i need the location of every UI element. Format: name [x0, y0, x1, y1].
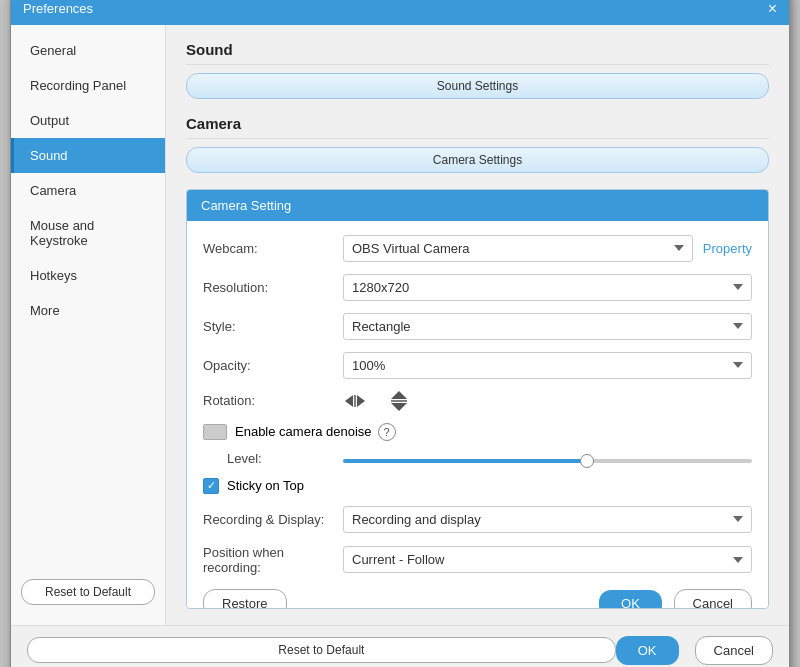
ok-cancel-group: OK Cancel — [599, 589, 752, 609]
content-area: General Recording Panel Output Sound Cam… — [11, 25, 789, 625]
recording-display-select[interactable]: Recording and display Recording only Dis… — [343, 506, 752, 533]
level-row: Level: — [203, 451, 752, 466]
flip-horizontal-icon[interactable] — [343, 391, 367, 411]
camera-setting-header: Camera Setting — [187, 190, 768, 221]
opacity-control: 100% 90% 80% — [343, 352, 752, 379]
style-control: Rectangle Circle Rounded — [343, 313, 752, 340]
webcam-control: OBS Virtual Camera Property — [343, 235, 752, 262]
sidebar-bottom: Reset to Default — [11, 569, 165, 617]
sidebar-reset-button[interactable]: Reset to Default — [21, 579, 155, 605]
resolution-label: Resolution: — [203, 280, 343, 295]
sidebar-item-camera[interactable]: Camera — [11, 173, 165, 208]
sidebar-item-hotkeys[interactable]: Hotkeys — [11, 258, 165, 293]
rotation-label: Rotation: — [203, 393, 343, 408]
window-title: Preferences — [23, 1, 93, 16]
svg-marker-4 — [391, 403, 407, 411]
footer-cancel-button[interactable]: Cancel — [695, 636, 773, 665]
webcam-row: Webcam: OBS Virtual Camera Property — [203, 235, 752, 262]
camera-setting-box: Camera Setting Webcam: OBS Virtual Camer… — [186, 189, 769, 609]
opacity-select[interactable]: 100% 90% 80% — [343, 352, 752, 379]
resolution-control: 1280x720 1920x1080 640x480 — [343, 274, 752, 301]
sidebar-item-general[interactable]: General — [11, 33, 165, 68]
webcam-label: Webcam: — [203, 241, 343, 256]
recording-display-row: Recording & Display: Recording and displ… — [203, 506, 752, 533]
camera-setting-body: Webcam: OBS Virtual Camera Property Reso… — [187, 221, 768, 609]
denoise-label: Enable camera denoise — [235, 424, 372, 439]
sidebar-nav: General Recording Panel Output Sound Cam… — [11, 33, 165, 328]
opacity-row: Opacity: 100% 90% 80% — [203, 352, 752, 379]
sticky-label: Sticky on Top — [227, 478, 304, 493]
rotation-controls — [343, 391, 752, 411]
inner-cancel-button[interactable]: Cancel — [674, 589, 752, 609]
level-slider-container — [343, 451, 752, 466]
footer-reset-button[interactable]: Reset to Default — [27, 637, 616, 663]
denoise-checkbox[interactable] — [203, 424, 227, 440]
position-row: Position when recording: Current - Follo… — [203, 545, 752, 575]
sidebar-item-mouse-keystroke[interactable]: Mouse and Keystroke — [11, 208, 165, 258]
titlebar: Preferences × — [11, 0, 789, 25]
camera-section-title: Camera — [186, 115, 769, 139]
main-panel: Sound Sound Settings Camera Camera Setti… — [166, 25, 789, 625]
rotation-row: Rotation: — [203, 391, 752, 411]
recording-display-label: Recording & Display: — [203, 512, 343, 527]
denoise-row: Enable camera denoise ? — [203, 423, 752, 441]
restore-button[interactable]: Restore — [203, 589, 287, 609]
inner-bottom-buttons: Restore OK Cancel — [203, 589, 752, 609]
recording-display-control: Recording and display Recording only Dis… — [343, 506, 752, 533]
sticky-checkbox[interactable] — [203, 478, 219, 494]
close-button[interactable]: × — [768, 1, 777, 17]
style-select[interactable]: Rectangle Circle Rounded — [343, 313, 752, 340]
style-label: Style: — [203, 319, 343, 334]
inner-ok-button[interactable]: OK — [599, 590, 662, 609]
window-footer: Reset to Default OK Cancel — [11, 625, 789, 668]
position-label: Position when recording: — [203, 545, 343, 575]
help-icon[interactable]: ? — [378, 423, 396, 441]
sticky-row: Sticky on Top — [203, 478, 752, 494]
webcam-select[interactable]: OBS Virtual Camera — [343, 235, 693, 262]
preferences-window: Preferences × General Recording Panel Ou… — [10, 0, 790, 667]
opacity-label: Opacity: — [203, 358, 343, 373]
sound-settings-button[interactable]: Sound Settings — [186, 73, 769, 99]
resolution-row: Resolution: 1280x720 1920x1080 640x480 — [203, 274, 752, 301]
style-row: Style: Rectangle Circle Rounded — [203, 313, 752, 340]
sound-section-title: Sound — [186, 41, 769, 65]
footer-ok-button[interactable]: OK — [616, 636, 679, 665]
sidebar: General Recording Panel Output Sound Cam… — [11, 25, 166, 625]
svg-marker-0 — [345, 395, 353, 407]
property-link[interactable]: Property — [703, 241, 752, 256]
position-select[interactable]: Current - Follow Top Left Top Right Bott… — [343, 546, 752, 573]
sidebar-item-more[interactable]: More — [11, 293, 165, 328]
flip-vertical-icon[interactable] — [387, 391, 411, 411]
footer-right: OK Cancel — [616, 636, 773, 665]
camera-settings-button[interactable]: Camera Settings — [186, 147, 769, 173]
sidebar-item-recording-panel[interactable]: Recording Panel — [11, 68, 165, 103]
level-slider[interactable] — [343, 459, 752, 463]
svg-marker-1 — [357, 395, 365, 407]
sidebar-item-sound[interactable]: Sound — [11, 138, 165, 173]
sidebar-item-output[interactable]: Output — [11, 103, 165, 138]
resolution-select[interactable]: 1280x720 1920x1080 640x480 — [343, 274, 752, 301]
svg-marker-3 — [391, 391, 407, 399]
position-control: Current - Follow Top Left Top Right Bott… — [343, 546, 752, 573]
level-label: Level: — [227, 451, 343, 466]
